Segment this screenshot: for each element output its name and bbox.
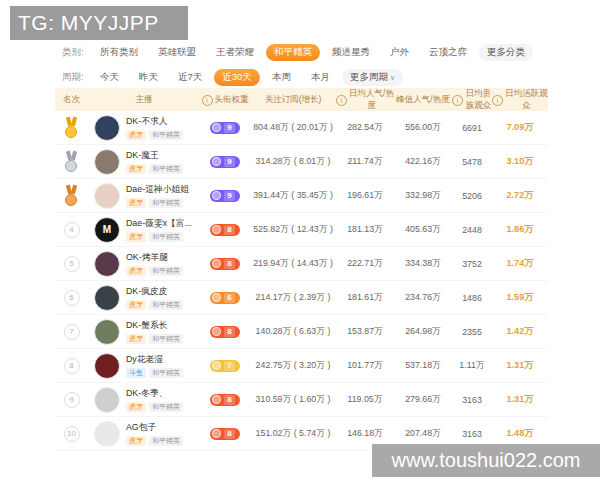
silver-medal-icon: [63, 151, 80, 172]
anchor-cell[interactable]: AG包子虎牙和平精英: [88, 421, 200, 447]
rank-number: 7: [64, 324, 80, 340]
avatar[interactable]: [94, 353, 120, 379]
period-option[interactable]: 近7天: [170, 69, 210, 86]
column-header[interactable]: 主播: [88, 94, 200, 106]
period-option[interactable]: 今天: [92, 69, 127, 86]
peak-popularity-value: 537.18万: [394, 360, 452, 372]
game-tag: 和平精英: [149, 436, 183, 446]
game-tag: 和平精英: [149, 198, 183, 208]
game-tag: 和平精英: [149, 130, 183, 140]
category-option[interactable]: 英雄联盟: [150, 44, 204, 61]
column-header[interactable]: i日均贵族观众: [452, 88, 492, 112]
active-viewers-value: 1.86万: [492, 223, 548, 236]
category-option[interactable]: 频道星秀: [324, 44, 378, 61]
anchor-name[interactable]: DK-疯皮皮: [126, 286, 168, 296]
active-viewers-value: 1.48万: [492, 427, 548, 440]
noble-viewers-value: 1.11万: [452, 360, 492, 372]
badge-emblem-icon: [212, 157, 221, 166]
column-header[interactable]: 名次: [55, 94, 88, 106]
daily-popularity-value: 146.18万: [336, 428, 394, 440]
table-row[interactable]: 7DK-蟹系长虎牙和平精英8140.28万 ( 6.63万 )153.87万26…: [55, 315, 548, 349]
badge-emblem-icon: [212, 395, 221, 404]
avatar[interactable]: [94, 251, 120, 277]
anchor-name[interactable]: DK-不求人: [126, 116, 168, 126]
avatar[interactable]: [94, 421, 120, 447]
rank-cell: [55, 151, 88, 172]
category-option[interactable]: 云顶之弈: [421, 44, 475, 61]
table-row[interactable]: DK-魔王虎牙和平精英9314.28万 ( 8.01万 )211.74万422.…: [55, 145, 548, 179]
anchor-tags: 虎牙和平精英: [126, 266, 183, 276]
active-viewers-value: 1.74万: [492, 257, 548, 270]
anchor-cell[interactable]: Dy花老湿斗鱼和平精英: [88, 353, 200, 379]
anchor-cell[interactable]: DK-冬季、虎牙和平精英: [88, 387, 200, 413]
category-label: 类别:: [62, 46, 92, 59]
anchor-name[interactable]: AG包子: [126, 422, 156, 432]
anchor-cell[interactable]: OK-烤羊腿虎牙和平精英: [88, 251, 200, 277]
table-row[interactable]: 5OK-烤羊腿虎牙和平精英8219.94万 ( 14.43万 )222.71万3…: [55, 247, 548, 281]
table-row[interactable]: 4MDae-薇雯x【富...虎牙和平精英8525.82万 ( 12.43万 )1…: [55, 213, 548, 247]
category-option[interactable]: 更多分类: [479, 44, 533, 61]
badge-emblem-icon: [212, 293, 221, 302]
column-header[interactable]: i头衔权重: [200, 94, 250, 106]
column-header-label: 日均人气/热度: [349, 88, 394, 112]
table-row[interactable]: Dae-逗神小姐姐虎牙和平精英9391.44万 ( 35.45万 )196.61…: [55, 179, 548, 213]
anchor-tags: 虎牙和平精英: [126, 130, 183, 140]
anchor-cell[interactable]: DK-蟹系长虎牙和平精英: [88, 319, 200, 345]
period-option[interactable]: 本周: [264, 69, 299, 86]
follow-subscribe-value: 310.59万 ( 1.60万 ): [250, 394, 336, 406]
badge-emblem-icon: [212, 429, 221, 438]
anchor-cell[interactable]: DK-疯皮皮虎牙和平精英: [88, 285, 200, 311]
anchor-cell[interactable]: DK-不求人虎牙和平精英: [88, 115, 200, 141]
category-option[interactable]: 王者荣耀: [208, 44, 262, 61]
anchor-cell[interactable]: Dae-逗神小姐姐虎牙和平精英: [88, 183, 200, 209]
anchor-info: DK-冬季、虎牙和平精英: [126, 388, 183, 412]
rank-number: 5: [64, 256, 80, 272]
category-option[interactable]: 所有类别: [92, 44, 146, 61]
chevron-down-icon: ∨: [390, 74, 395, 81]
badge-level: 8: [224, 327, 234, 337]
column-header[interactable]: i日均活跃观众: [492, 88, 548, 112]
platform-tag: 虎牙: [126, 164, 146, 174]
period-option[interactable]: 更多周期∨: [342, 69, 403, 86]
platform-tag: 斗鱼: [126, 368, 146, 378]
avatar[interactable]: [94, 285, 120, 311]
anchor-cell[interactable]: DK-魔王虎牙和平精英: [88, 149, 200, 175]
anchor-name[interactable]: Dae-逗神小姐姐: [126, 184, 189, 194]
column-header-label: 峰值人气/热度: [396, 94, 449, 106]
rank-number: 10: [64, 426, 80, 442]
period-option[interactable]: 本月: [303, 69, 338, 86]
platform-tag: 虎牙: [126, 198, 146, 208]
column-header-label: 主播: [136, 94, 153, 106]
table-row[interactable]: 6DK-疯皮皮虎牙和平精英6214.17万 ( 2.39万 )181.61万23…: [55, 281, 548, 315]
anchor-name[interactable]: DK-冬季、: [126, 388, 168, 398]
table-row[interactable]: 8Dy花老湿斗鱼和平精英7242.75万 ( 3.20万 )101.77万537…: [55, 349, 548, 383]
platform-tag: 虎牙: [126, 436, 146, 446]
anchor-name[interactable]: Dae-薇雯x【富...: [126, 218, 192, 228]
column-header[interactable]: i日均人气/热度: [336, 88, 394, 112]
anchor-cell[interactable]: MDae-薇雯x【富...虎牙和平精英: [88, 217, 200, 243]
anchor-name[interactable]: DK-蟹系长: [126, 320, 168, 330]
anchor-info: DK-蟹系长虎牙和平精英: [126, 320, 183, 344]
period-option[interactable]: 近30天: [214, 69, 260, 86]
category-option[interactable]: 和平精英: [266, 44, 320, 61]
avatar[interactable]: [94, 319, 120, 345]
category-option[interactable]: 户外: [382, 44, 417, 61]
avatar[interactable]: M: [94, 217, 120, 243]
column-header[interactable]: 峰值人气/热度: [394, 94, 452, 106]
badge-emblem-icon: [212, 327, 221, 336]
table-row[interactable]: 9DK-冬季、虎牙和平精英8310.59万 ( 1.60万 )119.05万27…: [55, 383, 548, 417]
period-option[interactable]: 昨天: [131, 69, 166, 86]
category-options: 所有类别英雄联盟王者荣耀和平精英频道星秀户外云顶之弈更多分类: [92, 44, 537, 61]
rank-number: 6: [64, 290, 80, 306]
avatar[interactable]: [94, 183, 120, 209]
anchor-name[interactable]: OK-烤羊腿: [126, 252, 168, 262]
anchor-name[interactable]: Dy花老湿: [126, 354, 163, 364]
column-header[interactable]: 关注订阅(增长): [250, 94, 336, 106]
avatar[interactable]: [94, 149, 120, 175]
anchor-tags: 斗鱼和平精英: [126, 368, 183, 378]
table-row[interactable]: DK-不求人虎牙和平精英9804.48万 ( 20.01万 )282.54万55…: [55, 111, 548, 145]
avatar[interactable]: [94, 115, 120, 141]
avatar[interactable]: [94, 387, 120, 413]
anchor-name[interactable]: DK-魔王: [126, 150, 159, 160]
anchor-tags: 虎牙和平精英: [126, 198, 189, 208]
